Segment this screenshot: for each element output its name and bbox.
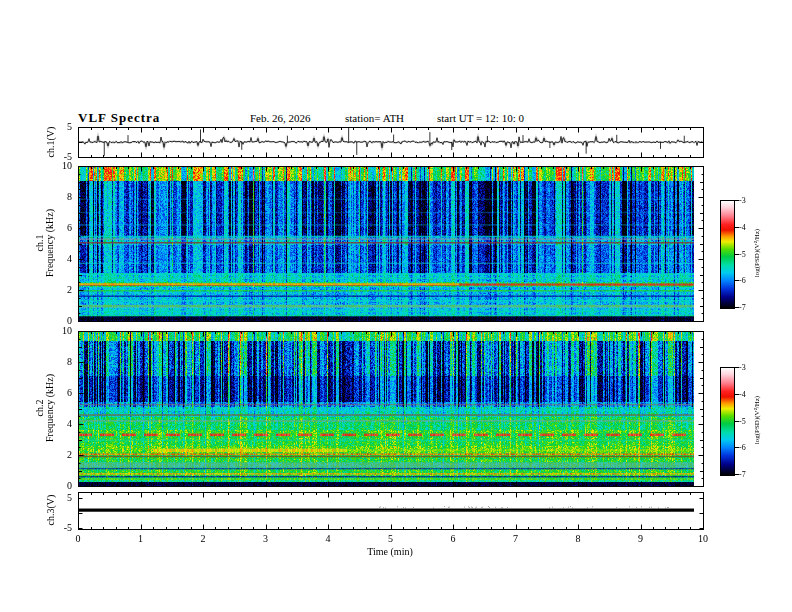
freq-tick-label: 6 [38, 387, 72, 398]
x-tick-label: 0 [67, 533, 89, 544]
time-axis-label: Time (min) [367, 546, 412, 557]
x-tick-label: 7 [505, 533, 527, 544]
freq-tick-label: 4 [38, 253, 72, 264]
x-tick-label: 4 [317, 533, 339, 544]
colorbar-tick-label: -6 [739, 276, 746, 285]
freq-tick-label: 0 [38, 480, 72, 491]
ch1-label-line2: Frequency (kHz) [45, 209, 55, 277]
voltage-tick-label: -5 [38, 522, 72, 533]
x-tick-label: 1 [130, 533, 152, 544]
x-tick-label: 3 [255, 533, 277, 544]
x-tick-label: 2 [192, 533, 214, 544]
freq-tick-label: 4 [38, 418, 72, 429]
voltage-tick-label: 5 [38, 121, 72, 132]
freq-tick-label: 6 [38, 222, 72, 233]
freq-tick-label: 10 [38, 325, 72, 336]
colorbar-tick-label: -4 [739, 223, 746, 232]
x-tick-label: 8 [567, 533, 589, 544]
colorbar-tick-label: -5 [739, 417, 746, 426]
colorbar-tick-label: -6 [739, 443, 746, 452]
ch2-label-line2: Frequency (kHz) [45, 374, 55, 442]
colorbar-ch2 [720, 367, 735, 476]
freq-tick-label: 2 [38, 284, 72, 295]
x-tick-label: 5 [380, 533, 402, 544]
colorbar-tick-label: -5 [739, 250, 746, 259]
x-tick-label: 6 [442, 533, 464, 544]
voltage-tick-label: -5 [38, 151, 72, 162]
colorbar-tick-label: -3 [739, 363, 746, 372]
colorbar1-title: log(PSD)(V²/Hz) [753, 229, 761, 277]
freq-tick-label: 8 [38, 191, 72, 202]
vlf-spectra-figure: VLF Spectra Feb. 26, 2026 station= ATH s… [0, 0, 792, 612]
colorbar-tick-label: -3 [739, 196, 746, 205]
ch2-frequency-axis-label: ch.2 Frequency (kHz) [35, 374, 55, 442]
voltage-tick-label: 5 [38, 492, 72, 503]
ch1-frequency-axis-label: ch.1 Frequency (kHz) [35, 209, 55, 277]
freq-tick-label: 2 [38, 449, 72, 460]
colorbar-tick-label: -4 [739, 390, 746, 399]
axes-ticks-canvas [0, 0, 792, 612]
freq-tick-label: 8 [38, 356, 72, 367]
colorbar-tick-label: -7 [739, 303, 746, 312]
x-tick-label: 10 [692, 533, 714, 544]
x-tick-label: 9 [630, 533, 652, 544]
colorbar2-title: log(PSD)(V²/Hz) [753, 396, 761, 444]
colorbar-ch1 [720, 200, 735, 309]
colorbar-tick-label: -7 [739, 470, 746, 479]
